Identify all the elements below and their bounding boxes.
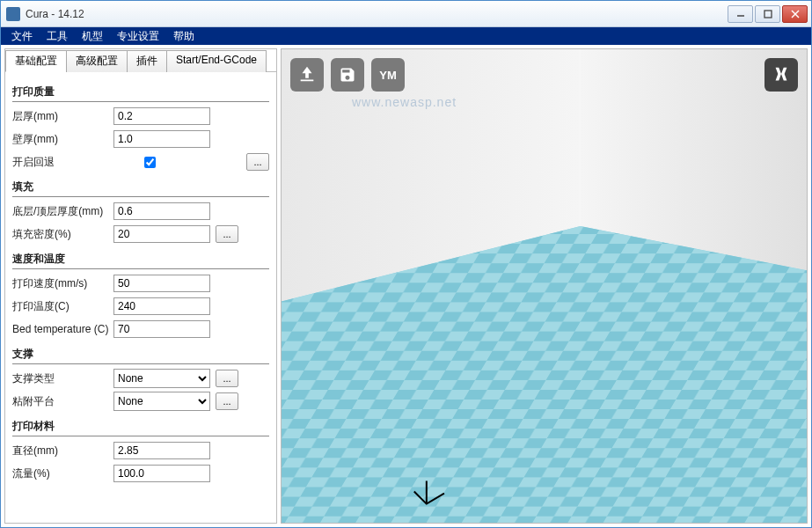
settings-body: 打印质量 层厚(mm) 壁厚(mm) 开启回退 ... 填充 底层/顶层厚度(m… (5, 72, 276, 523)
row-retraction: 开启回退 ... (12, 151, 269, 172)
row-support-type: 支撑类型 None ... (12, 368, 269, 389)
label-layer-height: 层厚(mm) (12, 109, 113, 124)
save-icon (339, 66, 356, 84)
menu-help[interactable]: 帮助 (166, 27, 201, 45)
label-fill-density: 填充密度(%) (12, 227, 113, 242)
app-window: Cura - 14.12 文件 工具 机型 专业设置 帮助 基础配置 高级配置 … (0, 0, 812, 528)
client-area: 基础配置 高级配置 插件 Start/End-GCode 打印质量 层厚(mm)… (1, 45, 811, 527)
save-button[interactable] (331, 58, 364, 92)
view-mode-button[interactable] (764, 58, 798, 92)
checkbox-retraction[interactable] (144, 157, 156, 168)
tab-advanced[interactable]: 高级配置 (66, 50, 128, 72)
section-support: 支撑 (12, 347, 269, 364)
row-flow: 流量(%) (12, 463, 269, 484)
label-print-speed: 打印速度(mm/s) (12, 276, 113, 291)
menu-tools[interactable]: 工具 (40, 27, 75, 45)
input-diameter[interactable] (113, 442, 210, 459)
row-fill-density: 填充密度(%) ... (12, 224, 269, 245)
menu-machine[interactable]: 机型 (75, 27, 110, 45)
tab-gcode[interactable]: Start/End-GCode (166, 50, 267, 72)
input-print-temp[interactable] (113, 297, 210, 315)
section-material: 打印材料 (12, 419, 269, 436)
fill-density-options-button[interactable]: ... (216, 225, 238, 243)
tab-basic[interactable]: 基础配置 (5, 50, 67, 72)
build-plate-scene (282, 49, 807, 524)
retraction-options-button[interactable]: ... (246, 153, 269, 171)
select-support-type[interactable]: None (113, 369, 210, 388)
label-print-temp: 打印温度(C) (12, 299, 113, 314)
minimize-button[interactable] (728, 5, 753, 23)
input-layer-height[interactable] (113, 107, 210, 125)
input-flow[interactable] (113, 465, 210, 482)
close-button[interactable] (782, 5, 808, 23)
label-bed-temp: Bed temperature (C) (12, 323, 113, 335)
window-controls (726, 5, 808, 23)
input-fill-density[interactable] (113, 225, 210, 243)
app-icon (6, 7, 20, 21)
input-print-speed[interactable] (113, 275, 210, 292)
row-layer-height: 层厚(mm) (12, 106, 269, 127)
menubar: 文件 工具 机型 专业设置 帮助 (1, 27, 811, 45)
maximize-button[interactable] (755, 5, 780, 23)
label-retraction: 开启回退 (12, 155, 113, 170)
menu-expert[interactable]: 专业设置 (110, 27, 166, 45)
row-wall-thickness: 壁厚(mm) (12, 128, 269, 150)
settings-panel: 基础配置 高级配置 插件 Start/End-GCode 打印质量 层厚(mm)… (4, 48, 277, 524)
label-adhesion: 粘附平台 (12, 394, 113, 409)
row-print-temp: 打印温度(C) (12, 296, 269, 317)
menu-file[interactable]: 文件 (4, 27, 40, 45)
3d-viewport[interactable]: YM www.newasp.net (281, 48, 808, 524)
row-print-speed: 打印速度(mm/s) (12, 273, 269, 294)
input-bed-temp[interactable] (113, 320, 210, 338)
label-diameter: 直径(mm) (12, 444, 113, 458)
window-title: Cura - 14.12 (26, 8, 726, 20)
label-support-type: 支撑类型 (12, 371, 113, 386)
share-button[interactable]: YM (371, 58, 405, 92)
label-wall-thickness: 壁厚(mm) (12, 132, 113, 147)
section-fill: 填充 (12, 180, 269, 197)
load-model-icon (297, 65, 317, 84)
label-flow: 流量(%) (12, 466, 113, 481)
select-adhesion[interactable]: None (113, 392, 210, 411)
row-bottom-top: 底层/顶层厚度(mm) (12, 201, 269, 222)
tab-plugins[interactable]: 插件 (127, 50, 167, 72)
tab-strip: 基础配置 高级配置 插件 Start/End-GCode (5, 49, 276, 72)
viewport-toolbar: YM (290, 58, 405, 92)
input-bottom-top[interactable] (113, 202, 210, 220)
row-adhesion: 粘附平台 None ... (12, 391, 269, 412)
row-diameter: 直径(mm) (12, 440, 269, 461)
load-model-button[interactable] (290, 58, 324, 92)
section-print-quality: 打印质量 (12, 84, 269, 102)
row-bed-temp: Bed temperature (C) (12, 319, 269, 340)
input-wall-thickness[interactable] (113, 130, 210, 148)
svg-rect-1 (764, 11, 772, 18)
titlebar[interactable]: Cura - 14.12 (1, 1, 811, 27)
adhesion-options-button[interactable]: ... (216, 392, 238, 410)
section-speed-temp: 速度和温度 (12, 252, 269, 269)
view-mode-icon (772, 65, 791, 84)
support-type-options-button[interactable]: ... (216, 370, 238, 387)
label-bottom-top: 底层/顶层厚度(mm) (12, 204, 113, 219)
